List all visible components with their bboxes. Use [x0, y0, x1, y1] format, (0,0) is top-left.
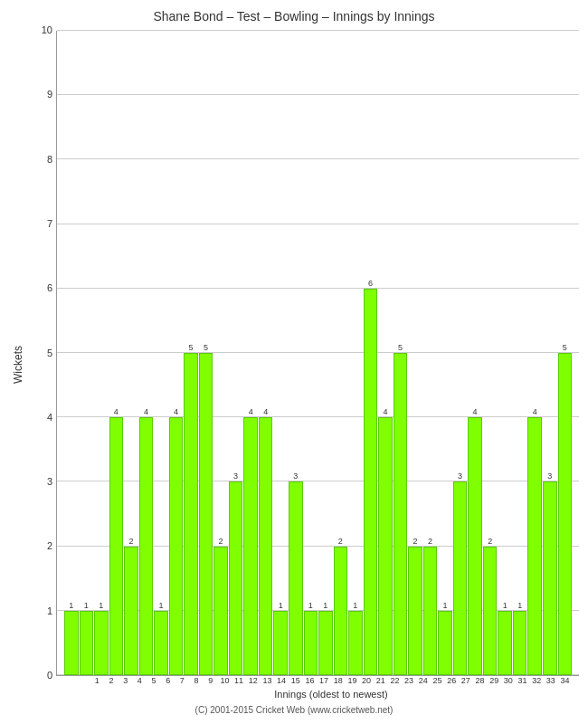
bar-value-label: 2: [488, 538, 492, 546]
x-label: 33: [545, 676, 558, 685]
bar-group: 4: [243, 31, 258, 675]
x-label: 21: [374, 676, 387, 685]
x-label: 9: [204, 676, 217, 685]
x-label: 10: [218, 676, 232, 685]
bar-value-label: 5: [189, 344, 194, 352]
bar: [453, 481, 468, 675]
bar-value-label: 4: [249, 408, 253, 416]
x-axis-area: 1234567891011121314151617181920212223242…: [56, 676, 579, 700]
y-tick-label: 4: [47, 412, 52, 423]
bar: [94, 611, 109, 675]
x-label: 23: [403, 676, 416, 685]
bar-value-label: 5: [563, 344, 567, 352]
bar: [513, 611, 527, 675]
bar-group: 4: [378, 31, 393, 675]
x-label: 14: [275, 676, 289, 685]
bar-value-label: 1: [279, 602, 283, 610]
bar-group: 5: [394, 31, 408, 675]
x-axis-title: Innings (oldest to newest): [274, 689, 387, 700]
y-tick-label: 10: [42, 24, 52, 35]
x-label: 11: [232, 676, 246, 685]
bar: [558, 353, 573, 675]
chart-container: Shane Bond – Test – Bowling – Innings by…: [0, 0, 588, 724]
bar-value-label: 1: [84, 602, 89, 610]
x-label: 3: [119, 676, 132, 685]
bar-value-label: 2: [219, 538, 223, 546]
bar-group: 3: [289, 31, 303, 675]
bar: [378, 417, 393, 675]
bar-group: 1: [513, 31, 527, 675]
bar-group: 4: [109, 31, 124, 675]
bar: [468, 417, 482, 675]
bar-value-label: 2: [428, 538, 432, 546]
bar-value-label: 1: [517, 602, 522, 610]
bar: [423, 547, 438, 675]
bar-group: 1: [273, 31, 288, 675]
x-label: 16: [303, 676, 317, 685]
bar: [124, 547, 138, 675]
plot-area: 1114241455234413112164522134211435: [56, 31, 579, 676]
y-tick-label: 5: [47, 348, 52, 358]
y-tick-label: 2: [47, 540, 52, 551]
x-label: 7: [175, 676, 189, 685]
x-labels: 1234567891011121314151617181920212223242…: [83, 676, 579, 685]
x-label: 28: [473, 676, 487, 685]
bar-value-label: 4: [114, 408, 119, 416]
bar-group: 4: [259, 31, 273, 675]
bar: [154, 611, 168, 675]
bar: [318, 611, 333, 675]
bar: [304, 611, 318, 675]
bar-group: 2: [124, 31, 138, 675]
bar: [243, 417, 258, 675]
bar: [64, 611, 79, 675]
chart-title: Shane Bond – Test – Bowling – Innings by…: [153, 9, 434, 24]
bar-group: 2: [213, 31, 228, 675]
chart-area: Wickets 012345678910 1114241455234413112…: [9, 31, 579, 700]
bar-group: 2: [483, 31, 498, 675]
bar-value-label: 2: [413, 538, 417, 546]
bar-group: 1: [498, 31, 512, 675]
bar: [213, 547, 228, 675]
bar-group: 2: [408, 31, 422, 675]
bar: [109, 417, 124, 675]
bar: [543, 481, 557, 675]
bar-value-label: 4: [144, 408, 148, 416]
x-label: 32: [530, 676, 544, 685]
y-tick-label: 9: [47, 89, 52, 100]
bar: [527, 417, 542, 675]
bar-group: 6: [364, 31, 378, 675]
x-label: 8: [190, 676, 204, 685]
bar-group: 3: [453, 31, 468, 675]
bar: [498, 611, 512, 675]
bar-value-label: 3: [233, 472, 238, 481]
x-label: 34: [558, 676, 572, 685]
bar-group: 1: [304, 31, 318, 675]
bar-group: 1: [318, 31, 333, 675]
bar-value-label: 4: [263, 408, 268, 416]
bar-value-label: 4: [533, 408, 537, 416]
bar-group: 5: [558, 31, 573, 675]
bar-value-label: 3: [547, 472, 552, 481]
x-label: 20: [360, 676, 374, 685]
bar: [169, 417, 184, 675]
x-label: 25: [431, 676, 444, 685]
bar-group: 4: [468, 31, 482, 675]
bar-value-label: 1: [323, 602, 327, 610]
bar-value-label: 2: [128, 538, 133, 546]
y-tick-labels: 012345678910: [29, 31, 56, 700]
y-axis-label: Wickets: [9, 31, 27, 700]
x-label: 15: [289, 676, 302, 685]
bar-value-label: 1: [99, 602, 103, 610]
x-label: 24: [416, 676, 430, 685]
bar: [364, 289, 378, 675]
y-tick-label: 8: [47, 154, 52, 165]
bar-group: 2: [334, 31, 348, 675]
bar-group: 1: [154, 31, 168, 675]
x-label: 18: [331, 676, 345, 685]
bar-value-label: 4: [174, 408, 178, 416]
x-label: 31: [516, 676, 529, 685]
y-tick-label: 6: [47, 282, 52, 293]
bar-group: 1: [94, 31, 109, 675]
bar: [273, 611, 288, 675]
bar-group: 1: [438, 31, 452, 675]
